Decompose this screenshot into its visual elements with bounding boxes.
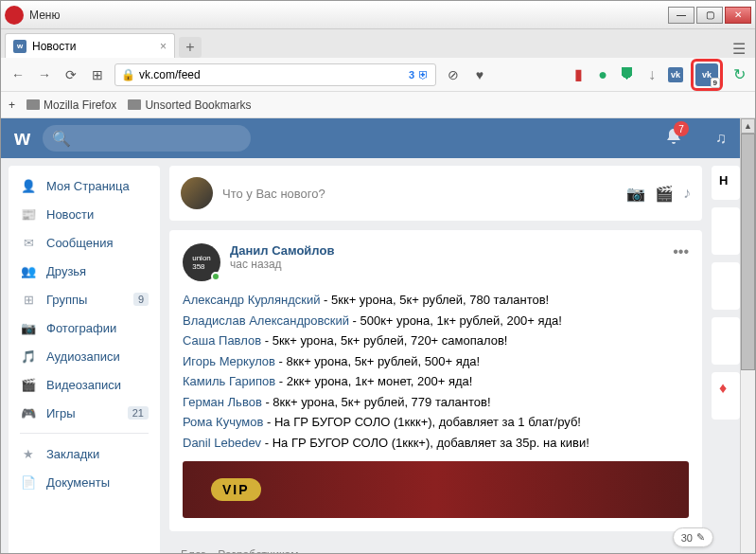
panel-toggle-icon[interactable]: ☰	[732, 40, 746, 58]
compose-placeholder[interactable]: Что у Вас нового?	[222, 187, 617, 201]
nav-icon: ★	[20, 445, 37, 462]
menu-label[interactable]: Меню	[29, 9, 60, 22]
user-link[interactable]: Александр Курляндский	[183, 293, 320, 307]
back-button[interactable]: ←	[9, 65, 27, 84]
nav-count: 9	[133, 293, 149, 306]
attach-audio-icon[interactable]: ♪	[683, 185, 691, 203]
scrollbar-thumb[interactable]	[741, 134, 755, 370]
heart-icon[interactable]: ♥	[470, 65, 489, 84]
sidebar-item[interactable]: 🎮Игры21	[9, 399, 160, 427]
attach-video-icon[interactable]: 🎬	[655, 185, 674, 203]
nav-label: Видеозаписи	[46, 378, 121, 392]
bookmark-folder-unsorted[interactable]: Unsorted Bookmarks	[128, 98, 251, 112]
nav-label: Документы	[46, 475, 110, 490]
nav-label: Друзья	[46, 264, 86, 278]
post-more-icon[interactable]: •••	[673, 243, 689, 260]
user-link[interactable]: Danil Lebedev	[183, 436, 261, 450]
tab-close-icon[interactable]: ×	[160, 40, 167, 53]
sidebar-item[interactable]: 📰Новости	[9, 200, 160, 228]
sidebar-item[interactable]: 👥Друзья	[9, 257, 160, 285]
new-posts-counter[interactable]: 30 ✎	[673, 527, 713, 547]
sidebar-item[interactable]: 📄Документы	[9, 468, 160, 496]
bookmarks-bar: + Mozilla Firefox Unsorted Bookmarks	[1, 92, 755, 118]
forward-button[interactable]: →	[35, 65, 54, 84]
new-tab-button[interactable]: +	[179, 37, 202, 58]
ext-vk-small-icon[interactable]: vk	[668, 67, 683, 82]
user-avatar[interactable]	[181, 177, 213, 209]
page-content: w 🔍 7 ♫ 👤Моя Страница📰Новости✉Сообщения👥…	[1, 118, 740, 554]
nav-label: Игры	[46, 406, 76, 420]
user-link[interactable]: Герман Львов	[183, 395, 262, 409]
ext-vkfox-badge: 9	[711, 78, 720, 88]
attach-photo-icon[interactable]: 📷	[626, 185, 645, 203]
url-text: vk.com/feed	[139, 68, 201, 81]
minimize-button[interactable]: —	[668, 7, 694, 24]
nav-count: 21	[128, 406, 149, 420]
sidebar-item[interactable]: 📷Фотографии	[9, 313, 160, 342]
post-text: - 500к+ урона, 1к+ рублей, 200+ яда!	[349, 313, 562, 328]
sidebar-item[interactable]: 🎬Видеозаписи	[9, 370, 160, 399]
sidebar-item[interactable]: ✉Сообщения	[9, 228, 160, 257]
url-input[interactable]: 🔒 vk.com/feed 3 ⛨	[114, 63, 436, 86]
sidebar-item[interactable]: 👤Моя Страница	[9, 171, 160, 200]
post-author-name[interactable]: Данил Самойлов	[230, 243, 334, 258]
user-link[interactable]: Камиль Гарипов	[183, 374, 275, 388]
nav-icon: 🎵	[20, 348, 37, 365]
vk-footer: Блог Разработчикам	[169, 541, 702, 554]
sidebar-item[interactable]: 🎵Аудиозаписи	[9, 342, 160, 370]
address-bar: ← → ⟳ ⊞ 🔒 vk.com/feed 3 ⛨ ⊘ ♥ ▮ ● ⛊ ↓ vk…	[1, 58, 755, 92]
user-link[interactable]: Рома Кучумов	[183, 415, 263, 429]
vk-search-input[interactable]: 🔍	[43, 125, 251, 152]
ext-shield-icon[interactable]: ⛊	[619, 66, 636, 83]
scroll-up-button[interactable]: ▲	[741, 118, 755, 134]
post-text: - На ГР БУГОР СОЛО (1ккк+), добавляет за…	[261, 436, 589, 450]
nav-icon: ✉	[20, 234, 37, 251]
bookmark-folder-mozilla[interactable]: Mozilla Firefox	[26, 98, 116, 112]
footer-devs-link[interactable]: Разработчикам	[218, 548, 298, 554]
maximize-button[interactable]: ▢	[696, 7, 723, 24]
vk-logo[interactable]: w	[14, 126, 29, 151]
right-box-hot: ♦	[712, 372, 740, 420]
shield-icon[interactable]: ⛨	[418, 68, 430, 81]
sidebar-item[interactable]: ⊞Группы9	[9, 285, 160, 313]
speed-dial-icon[interactable]: ⊞	[88, 65, 107, 84]
post-text: - 8кк+ урона, 5к+ рублей, 779 талантов!	[262, 395, 491, 409]
tabs-bar: w Новости × + ☰	[1, 29, 755, 58]
ext-vkfox-icon[interactable]: vk 9	[695, 63, 718, 86]
nav-separator	[20, 433, 149, 434]
post-author-avatar[interactable]: union358	[183, 243, 220, 281]
nav-label: Сообщения	[46, 236, 114, 250]
close-button[interactable]: ✕	[725, 7, 751, 24]
vk-sidebar: 👤Моя Страница📰Новости✉Сообщения👥Друзья⊞Г…	[9, 166, 160, 554]
adblock-icon[interactable]: ⊘	[444, 65, 463, 84]
tab-title: Новости	[32, 40, 76, 53]
post-text: - 2кк+ урона, 1к+ монет, 200+ яда!	[275, 374, 472, 388]
tab-active[interactable]: w Новости ×	[5, 33, 175, 58]
post-image[interactable]: VIP	[183, 461, 689, 518]
footer-blog-link[interactable]: Блог	[181, 548, 205, 554]
vertical-scrollbar[interactable]: ▲	[740, 118, 755, 554]
post-text: - 5кк+ урона, 5к+ рублей, 720+ самопалов…	[261, 333, 507, 348]
nav-icon: 🎮	[20, 404, 37, 421]
right-box	[712, 317, 740, 365]
ext-lastpass-icon[interactable]: ▮	[570, 66, 587, 83]
user-link[interactable]: Игорь Меркулов	[183, 354, 275, 368]
ext-green-icon[interactable]: ●	[594, 66, 611, 83]
right-box	[712, 262, 740, 310]
blocked-count: 3	[409, 69, 414, 80]
ext-download-icon[interactable]: ↓	[643, 66, 660, 83]
opera-menu-button[interactable]	[5, 6, 24, 25]
ext-sync-icon[interactable]: ↻	[730, 66, 747, 83]
nav-label: Группы	[46, 293, 87, 307]
online-indicator	[211, 272, 220, 281]
sidebar-item[interactable]: ★Закладки	[9, 439, 160, 468]
notifications-button[interactable]: 7	[664, 127, 683, 150]
add-bookmark-button[interactable]: +	[9, 98, 15, 112]
compose-box[interactable]: Что у Вас нового? 📷 🎬 ♪	[169, 166, 702, 221]
user-link[interactable]: Владислав Александровский	[183, 313, 349, 328]
nav-label: Закладки	[46, 447, 99, 461]
music-button[interactable]: ♫	[715, 130, 727, 147]
reload-button[interactable]: ⟳	[62, 65, 80, 84]
nav-icon: ⊞	[20, 291, 37, 308]
user-link[interactable]: Саша Павлов	[183, 333, 261, 348]
